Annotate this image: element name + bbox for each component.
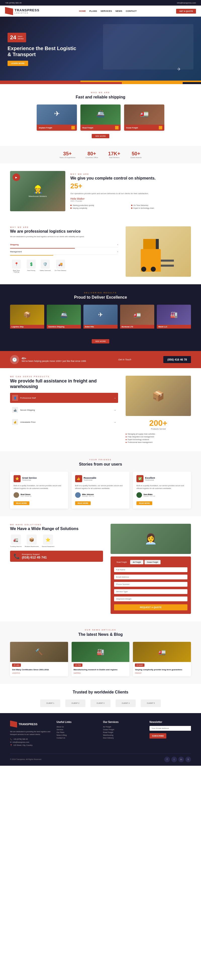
footer-svc-ocean[interactable]: Ocean Freight — [103, 729, 144, 730]
blog-card-2[interactable]: 🏭 15 FEB Manufacturing research in Dubli… — [71, 642, 130, 676]
service-management[interactable]: Management › — [10, 249, 118, 255]
support-phone[interactable]: (016) 612 45 741 — [22, 555, 47, 559]
freight-image: 📦 — [126, 376, 191, 416]
nav-contact[interactable]: CONTACT — [126, 10, 136, 12]
footer-svc-door[interactable]: Door Delivery — [103, 737, 144, 739]
test-author-1: Brad Simon CEO, Global Inc — [21, 493, 32, 497]
form-name-input[interactable] — [114, 567, 187, 572]
blog-meta-3: FREIGHT — [135, 672, 189, 674]
nav-services[interactable]: SERVICES — [100, 10, 112, 12]
nav-news[interactable]: NEWS — [116, 10, 122, 12]
blog-date-2: 15 FEB — [74, 663, 82, 667]
client-logo-2: CLIENT 2 — [65, 700, 85, 707]
freight-stat-label: Products Served — [126, 428, 191, 430]
ship-card-road[interactable]: 🚢 Road Freight → — [81, 105, 120, 131]
blog-card-3[interactable]: 🚛 03 MAR Varying complexity provide long… — [133, 642, 191, 676]
blog-title: The latest News & Blog — [10, 632, 191, 637]
footer-svc-road[interactable]: Road Freight — [103, 732, 144, 733]
play-icon[interactable]: ▶ — [13, 173, 20, 181]
test-meta-1: Great Service Testimonial — [22, 477, 37, 481]
solutions-inner: WE HAVE SOLUTIONS We Have a Wide Range o… — [10, 524, 191, 614]
service-shipping[interactable]: Shipping › — [10, 242, 118, 248]
deliver-card-3-label: Dubai Hills — [84, 325, 117, 329]
ship-card-ocean[interactable]: 🚛 Ocean Freight → — [124, 105, 164, 131]
logo-area[interactable]: TRANSPRESS LOGISTICS — [5, 7, 40, 15]
nav-home[interactable]: HOME — [79, 10, 86, 12]
nav-plans[interactable]: PLANS — [89, 10, 97, 12]
freight-title: We provide full assistance in freight an… — [10, 379, 118, 389]
freight-item-1[interactable]: 👤 Professional Staff → — [10, 393, 118, 403]
footer-link-plans[interactable]: Our Plans — [57, 732, 98, 733]
deliver-see-more-button[interactable]: SEE MORE — [92, 339, 109, 344]
footer-col-newsletter: Newsletter SUBSCRIBE — [149, 721, 191, 747]
read-more-button-2[interactable]: READ MORE — [75, 501, 91, 505]
clients-title: Trusted by worldwide Clients — [10, 690, 191, 694]
service-icons: 📍 Real Time Tracking 💲 Fast Pricing 🛡️ S… — [10, 259, 118, 273]
deliver-card-3[interactable]: ✈ Dubai Hills — [84, 305, 117, 335]
ff-item-3: Expert technology solutions — [126, 438, 191, 441]
facebook-icon[interactable]: f — [164, 757, 170, 762]
freight-item-2[interactable]: 🚢 Secure Shipping → — [10, 405, 118, 415]
ocean-icon: 🚛 — [124, 105, 164, 118]
cta-text2: 1000+ just like that since 1986 — [55, 360, 86, 362]
form-email-input[interactable] — [114, 574, 187, 579]
form-tab-road[interactable]: Road Freight — [114, 560, 129, 564]
client-logo-3: CLIENT 3 — [90, 700, 111, 707]
footer-address-text: 123 Street, City, Country — [13, 744, 32, 746]
cta-phone[interactable]: (056) 416 46 78 — [163, 356, 191, 363]
footer-link-services[interactable]: Services — [57, 729, 98, 730]
get-quote-button[interactable]: GET A QUOTE — [176, 9, 196, 14]
freight-right: 📦 200+ Products Served Managing all supp… — [126, 376, 191, 444]
stat-experience: 35+ Years Of Experience — [59, 151, 75, 158]
deliver-card-2[interactable]: 🚢 Seamless Shipping — [47, 305, 81, 335]
ship-card-air-img: ✈ — [37, 105, 77, 125]
service-items: Shipping › Management › — [10, 242, 118, 256]
tracking-icon: 📍 — [12, 259, 21, 269]
footer-email: ✉ info@transpress.com — [10, 741, 52, 743]
management-bar — [10, 255, 53, 256]
deliver-card-5[interactable]: 🏭 Waste LLC — [157, 305, 191, 335]
form-weight-input[interactable] — [114, 597, 187, 601]
form-phone-input[interactable] — [114, 582, 187, 587]
deliver-card-4[interactable]: 🚛 Burdubai LTD — [120, 305, 154, 335]
footer-link-news[interactable]: News & Blog — [57, 734, 98, 736]
read-more-button-1[interactable]: READ MORE — [14, 501, 29, 505]
deliver-card-4-label: Burdubai LTD — [120, 325, 154, 329]
newsletter-subscribe-button[interactable]: SUBSCRIBE — [149, 733, 166, 738]
twitter-icon[interactable]: t — [171, 757, 177, 762]
test-author-2: Mike Johnson Manager, ABC Co — [82, 493, 94, 497]
form-tab-air[interactable]: Air Freight — [130, 560, 143, 564]
footer-link-contact[interactable]: Contact Us — [57, 737, 98, 739]
blog-meta-1: LOGISTICS — [12, 672, 66, 674]
form-tab-ocean[interactable]: Ocean Freight — [144, 560, 161, 564]
workers-icon: 👷 — [28, 185, 47, 194]
linkedin-icon[interactable]: li — [185, 757, 191, 762]
control-features: Starting productions quickly On Time Del… — [70, 204, 191, 209]
phone-icon: 📞 — [10, 738, 12, 740]
play-button[interactable]: ▶ — [13, 173, 20, 181]
form-submit-button[interactable]: REQUEST A QUOTE — [114, 604, 187, 610]
blog-card-1[interactable]: 🔨 25 JAN Got Many Certificates Since 200… — [10, 642, 68, 676]
solutions-title: We Have a Wide Range of Solutions — [10, 527, 103, 531]
test-footer-2: Mike Johnson Manager, ABC Co — [75, 492, 126, 498]
stat-workers-num: 17K+ — [108, 151, 120, 157]
test-icon-1: ⭐ — [14, 475, 21, 482]
see-more-button[interactable]: SEE MORE — [92, 134, 109, 138]
fi-arrow-3: → — [114, 421, 116, 423]
deliver-card-1[interactable]: 📦 Logistics Ship — [10, 305, 44, 335]
footer-link-about[interactable]: About Us — [57, 726, 98, 728]
logistics-inner: WHY WE ARE We are professional logistics… — [10, 226, 191, 277]
hero-cta-button[interactable]: LEARN MORE — [8, 61, 28, 66]
ship-card-air[interactable]: ✈ Airplane Freight → — [37, 105, 77, 131]
form-service-input[interactable] — [114, 589, 187, 594]
deliver-card-2-img: 🚢 — [47, 305, 81, 325]
footer-svc-air[interactable]: Air Freight — [103, 726, 144, 728]
footer-svc-warehouse[interactable]: Warehousing — [103, 734, 144, 736]
instagram-icon[interactable]: in — [178, 757, 184, 762]
read-more-button-3[interactable]: READ MORE — [136, 501, 152, 505]
ship-card-air-label: Airplane Freight → — [37, 125, 77, 131]
freight-item-3[interactable]: 💰 Unbeatable Price → — [10, 417, 118, 427]
newsletter-email-input[interactable] — [149, 726, 191, 731]
freight-items: 👤 Professional Staff → 🚢 Secure Shipping… — [10, 393, 118, 427]
test-author-3: Sara Blake Director, XYZ Ltd — [144, 493, 155, 497]
